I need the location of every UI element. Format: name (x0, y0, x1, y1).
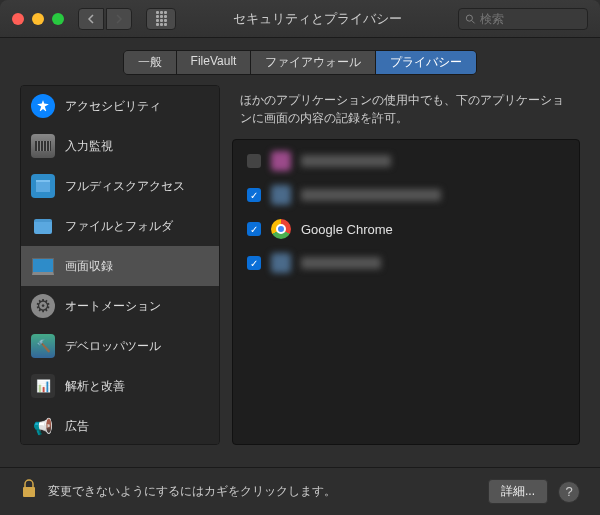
sidebar-item-label: 画面収録 (65, 258, 113, 275)
app-row[interactable]: ✓ (233, 246, 579, 280)
sidebar-item-accessibility[interactable]: アクセシビリティ (21, 86, 219, 126)
app-row[interactable] (233, 144, 579, 178)
app-name-redacted (301, 257, 381, 269)
app-icon (271, 185, 291, 205)
analytics-icon (31, 374, 55, 398)
sidebar-item-label: アクセシビリティ (65, 98, 161, 115)
maximize-button[interactable] (52, 13, 64, 25)
ads-icon (31, 414, 55, 438)
tab-1[interactable]: FileVault (177, 51, 252, 74)
help-button[interactable]: ? (558, 481, 580, 503)
lock-text: 変更できないようにするにはカギをクリックします。 (48, 483, 478, 500)
svg-line-1 (472, 20, 475, 23)
screen-icon (31, 254, 55, 278)
tab-bar: 一般FileVaultファイアウォールプライバシー (0, 38, 600, 85)
sidebar-item-auto[interactable]: オートメーション (21, 286, 219, 326)
sidebar-item-folder[interactable]: ファイルとフォルダ (21, 206, 219, 246)
app-name-redacted (301, 189, 441, 201)
chrome-icon (271, 219, 291, 239)
sidebar-item-label: フルディスクアクセス (65, 178, 185, 195)
app-name-redacted (301, 155, 391, 167)
sidebar-item-input[interactable]: 入力監視 (21, 126, 219, 166)
app-icon (271, 253, 291, 273)
window-controls (12, 13, 64, 25)
search-icon (465, 13, 476, 25)
sidebar-item-ads[interactable]: 広告 (21, 406, 219, 445)
tab-0[interactable]: 一般 (124, 51, 177, 74)
sidebar-item-label: 解析と改善 (65, 378, 125, 395)
lock-icon[interactable] (20, 479, 38, 504)
disk-icon (31, 174, 55, 198)
titlebar: セキュリティとプライバシー (0, 0, 600, 38)
minimize-button[interactable] (32, 13, 44, 25)
app-list[interactable]: ✓✓Google Chrome✓ (232, 139, 580, 445)
tab-3[interactable]: プライバシー (376, 51, 476, 74)
nav-buttons (78, 8, 132, 30)
search-field[interactable] (458, 8, 588, 30)
sidebar-item-dev[interactable]: デベロッパツール (21, 326, 219, 366)
tab-2[interactable]: ファイアウォール (251, 51, 376, 74)
dev-icon (31, 334, 55, 358)
auto-icon (31, 294, 55, 318)
sidebar-item-label: 広告 (65, 418, 89, 435)
permission-description: ほかのアプリケーションの使用中でも、下のアプリケーションに画面の内容の記録を許可… (232, 85, 580, 139)
forward-button (106, 8, 132, 30)
window-title: セキュリティとプライバシー (184, 10, 450, 28)
sidebar-item-label: 入力監視 (65, 138, 113, 155)
back-button[interactable] (78, 8, 104, 30)
sidebar-item-analytics[interactable]: 解析と改善 (21, 366, 219, 406)
footer: 変更できないようにするにはカギをクリックします。 詳細... ? (0, 467, 600, 515)
show-all-button[interactable] (146, 8, 176, 30)
main-panel: ほかのアプリケーションの使用中でも、下のアプリケーションに画面の内容の記録を許可… (232, 85, 580, 445)
details-button[interactable]: 詳細... (488, 479, 548, 504)
sidebar-item-screen[interactable]: 画面収録 (21, 246, 219, 286)
app-name: Google Chrome (301, 222, 393, 237)
privacy-sidebar[interactable]: アクセシビリティ入力監視フルディスクアクセスファイルとフォルダ画面収録オートメー… (20, 85, 220, 445)
checkbox[interactable]: ✓ (247, 256, 261, 270)
sidebar-item-label: ファイルとフォルダ (65, 218, 173, 235)
folder-icon (31, 214, 55, 238)
app-icon (271, 151, 291, 171)
app-row[interactable]: ✓ (233, 178, 579, 212)
sidebar-item-disk[interactable]: フルディスクアクセス (21, 166, 219, 206)
svg-point-0 (466, 15, 472, 21)
sidebar-item-label: デベロッパツール (65, 338, 161, 355)
checkbox[interactable]: ✓ (247, 222, 261, 236)
checkbox[interactable]: ✓ (247, 188, 261, 202)
input-icon (31, 134, 55, 158)
checkbox[interactable] (247, 154, 261, 168)
svg-rect-2 (23, 487, 35, 497)
accessibility-icon (31, 94, 55, 118)
sidebar-item-label: オートメーション (65, 298, 161, 315)
app-row[interactable]: ✓Google Chrome (233, 212, 579, 246)
close-button[interactable] (12, 13, 24, 25)
search-input[interactable] (480, 12, 582, 26)
